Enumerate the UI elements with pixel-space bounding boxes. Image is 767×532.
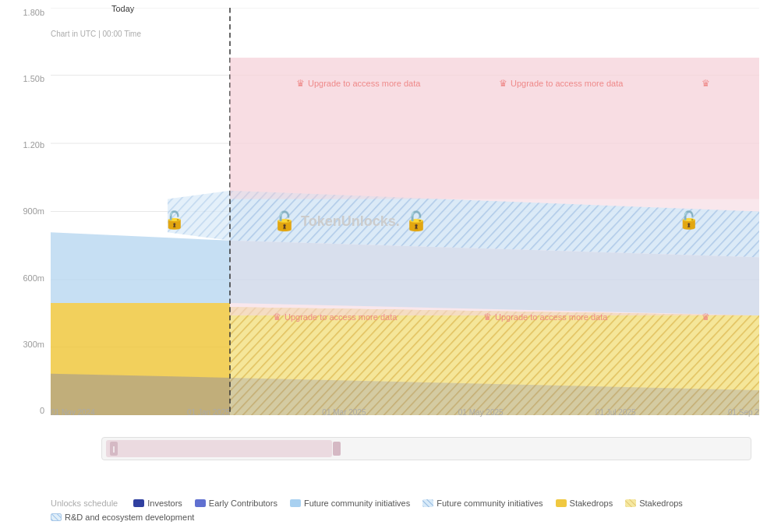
crown-icon-6: ♛ xyxy=(702,312,710,322)
upgrade-badge-1[interactable]: ♛ Upgrade to access more data xyxy=(296,78,420,89)
y-label-300m: 300m xyxy=(23,340,44,349)
y-label-180b: 1.80b xyxy=(23,8,44,17)
legend-label-future-community-hatched: Future community initiatives xyxy=(437,499,543,508)
crown-icon-5: ♛ xyxy=(483,312,492,322)
legend-area: Unlocks schedule Investors Early Contrib… xyxy=(0,492,767,528)
crown-icon-2: ♛ xyxy=(499,78,507,89)
y-label-0: 0 xyxy=(40,406,44,415)
scrollbar-track[interactable]: ‖ xyxy=(101,437,751,460)
lock-icon-2: 🔓 xyxy=(405,210,428,232)
legend-item-stakedrops-hatched: Stakedrops xyxy=(625,499,683,508)
lock-icon-right: 🔓 xyxy=(678,210,699,231)
svg-marker-16 xyxy=(51,232,230,303)
x-label-jul2025: 01 Jul 2025 xyxy=(596,408,636,417)
legend-swatch-rnd xyxy=(51,513,62,521)
x-axis: 01 Nov 2024 01 Jan 2025 01 Mar 2025 01 M… xyxy=(51,408,759,417)
upgrade-badge-2[interactable]: ♛ Upgrade to access more data xyxy=(499,78,623,89)
crown-icon-3: ♛ xyxy=(702,78,710,89)
legend-swatch-early-contributors xyxy=(195,499,206,507)
y-label-900m: 900m xyxy=(23,206,44,216)
legend-row-2: R&D and ecosystem development xyxy=(51,513,716,522)
legend-item-investors: Investors xyxy=(133,499,182,508)
legend-label-stakedrops-hatched: Stakedrops xyxy=(639,499,683,508)
crown-icon-1: ♛ xyxy=(296,78,305,89)
legend-item-stakedrops-solid: Stakedrops xyxy=(556,499,613,508)
x-label-sep2025: 01 Sep 2 xyxy=(728,408,759,417)
upgrade-badge-5[interactable]: ♛ Upgrade to access more data xyxy=(483,312,607,322)
chart-container: Today Chart in UTC | 00:00 Time 1.80b 1.… xyxy=(0,0,767,532)
upgrade-badge-4[interactable]: ♛ Upgrade to access more data xyxy=(273,312,397,322)
legend-swatch-investors xyxy=(133,499,144,507)
y-label-120b: 1.20b xyxy=(23,140,44,150)
legend-label-future-community-solid: Future community initiatives xyxy=(304,499,410,508)
scrollbar-thumb[interactable]: ‖ xyxy=(106,440,332,457)
x-label-mar2025: 01 Mar 2025 xyxy=(322,408,366,417)
legend-swatch-future-community-solid xyxy=(290,499,301,507)
watermark: 🔓 TokenUnlocks. 🔓 xyxy=(273,210,428,232)
x-label-jan2025: 01 Jan 2025 xyxy=(187,408,230,417)
legend-label-rnd: R&D and ecosystem development xyxy=(65,513,194,522)
legend-heading: Unlocks schedule xyxy=(51,499,118,508)
crown-icon-4: ♛ xyxy=(273,312,281,322)
legend-item-early-contributors: Early Contributors xyxy=(195,499,277,508)
upgrade-badge-3[interactable]: ♛ xyxy=(702,78,710,89)
upgrade-badge-6[interactable]: ♛ xyxy=(702,312,710,322)
legend-swatch-future-community-hatched xyxy=(422,499,433,507)
legend-label-investors: Investors xyxy=(147,499,182,508)
y-axis: 1.80b 1.50b 1.20b 900m 600m 300m 0 xyxy=(0,8,51,415)
scrollbar-handle-right[interactable] xyxy=(333,442,341,456)
y-label-150b: 1.50b xyxy=(23,74,44,83)
legend-label-stakedrops-solid: Stakedrops xyxy=(570,499,613,508)
x-label-may2025: 01 May 2025 xyxy=(458,408,504,417)
legend-item-future-community-solid: Future community initiatives xyxy=(290,499,410,508)
scrollbar-handle-left[interactable]: ‖ xyxy=(110,442,118,456)
lock-icon-1: 🔓 xyxy=(273,210,296,232)
scrollbar-container: ‖ xyxy=(51,437,759,462)
legend-swatch-stakedrops-hatched xyxy=(625,499,636,507)
lock-icon-left: 🔓 xyxy=(164,210,185,231)
legend-item-future-community-hatched: Future community initiatives xyxy=(422,499,543,508)
x-label-nov2024: 01 Nov 2024 xyxy=(51,408,95,417)
y-label-600m: 600m xyxy=(23,273,44,283)
legend-label-early-contributors: Early Contributors xyxy=(209,499,277,508)
legend-swatch-stakedrops-solid xyxy=(556,499,567,507)
